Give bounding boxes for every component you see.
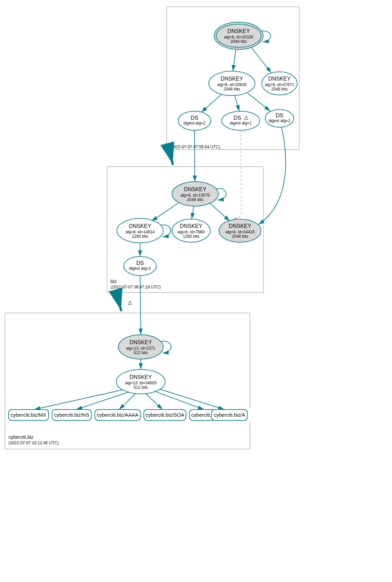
svg-text:2048 bits: 2048 bits <box>231 39 247 44</box>
svg-text:alg=8, id=14814: alg=8, id=14814 <box>125 230 155 234</box>
svg-text:cyberciti.biz/SOA: cyberciti.biz/SOA <box>146 412 184 418</box>
zone-root-name: . <box>170 138 171 144</box>
svg-text:cyberciti.biz/NS: cyberciti.biz/NS <box>54 412 89 418</box>
svg-text:cyberciti.biz/MX: cyberciti.biz/MX <box>11 412 46 418</box>
zone-cy-name: cyberciti.biz <box>8 434 33 440</box>
edge-root-zsk1-ds3 <box>248 93 270 111</box>
svg-text:2048 bits: 2048 bits <box>271 87 288 92</box>
svg-text:alg=8, id=24415: alg=8, id=24415 <box>225 230 255 234</box>
node-cy-zsk: DNSKEY alg=13, id=34505 512 bits <box>116 369 165 394</box>
svg-text:512 bits: 512 bits <box>134 350 148 355</box>
zone-cy-ts: (2022-07-07 10:11:45 UTC) <box>8 440 58 445</box>
node-biz-zsk1: DNSKEY alg=8, id=14814 1280 bits <box>117 218 163 243</box>
svg-text:DNSKEY: DNSKEY <box>227 28 250 34</box>
node-root-zsk2: DNSKEY alg=8, id=47671 2048 bits <box>262 72 297 95</box>
zone-root-ts: (2022-07-07 07:59:54 UTC) <box>170 145 220 149</box>
svg-text:DNSKEY: DNSKEY <box>130 374 152 380</box>
node-cy-ksk: DNSKEY alg=13, id=2371 512 bits <box>118 335 163 359</box>
svg-text:2048 bits: 2048 bits <box>232 234 249 239</box>
svg-text:DNSKEY: DNSKEY <box>130 339 152 345</box>
dnssec-chain-diagram: . (2022-07-07 07:59:54 UTC) DNSKEY alg=8… <box>0 0 392 582</box>
edge-root-ds2-biz-zsk3 <box>231 130 241 221</box>
svg-text:DNSKEY: DNSKEY <box>221 76 243 82</box>
svg-text:digest alg=2: digest alg=2 <box>268 118 290 123</box>
svg-text:cyberciti.biz/AAAA: cyberciti.biz/AAAA <box>97 412 139 418</box>
svg-text:DNSKEY: DNSKEY <box>268 76 291 82</box>
svg-text:alg=8, id=13075: alg=8, id=13075 <box>181 193 210 198</box>
node-root-ds2: DS ⚠ digest alg=1 <box>222 111 260 130</box>
rrset-mx: cyberciti.biz/MX <box>8 410 49 420</box>
node-biz-zsk3: DNSKEY alg=8, id=24415 2048 bits <box>219 219 261 242</box>
edge-delegation-root-biz <box>169 150 173 164</box>
edge-delegation-biz-cy <box>117 296 121 310</box>
svg-text:DNSKEY: DNSKEY <box>180 223 202 229</box>
rrset-aaaa: cyberciti.biz/AAAA <box>95 410 140 420</box>
node-root-ds3: DS digest alg=2 <box>265 110 294 127</box>
node-root-zsk1: DNSKEY alg=8, id=20826 2048 bits <box>209 71 255 96</box>
svg-text:DNSKEY: DNSKEY <box>229 223 251 229</box>
node-biz-ksk: DNSKEY alg=8, id=13075 2048 bits <box>172 182 218 206</box>
node-biz-zsk2: DNSKEY alg=8, id=7680 1280 bits <box>172 219 210 242</box>
svg-text:digest alg=2: digest alg=2 <box>129 266 151 271</box>
svg-text:alg=8, id=20826: alg=8, id=20826 <box>217 82 246 87</box>
rrset-a-real <box>214 410 248 420</box>
zone-biz-ts: (2022-07-07 08:47:19 UTC) <box>110 285 160 289</box>
svg-text:DS: DS <box>276 113 283 118</box>
rrset-soa: cyberciti.biz/SOA <box>144 410 186 420</box>
svg-text:alg=8, id=20326: alg=8, id=20326 <box>224 35 253 39</box>
edge-biz-ksk-zsk3 <box>210 203 230 221</box>
svg-text:DS: DS <box>136 260 144 266</box>
svg-text:2048 bits: 2048 bits <box>187 197 204 202</box>
svg-text:alg=8, id=47671: alg=8, id=47671 <box>265 82 294 87</box>
edge-root-ksk-zsk2 <box>251 47 271 73</box>
svg-text:alg=13, id=34505: alg=13, id=34505 <box>125 381 157 385</box>
svg-text:2048 bits: 2048 bits <box>224 87 240 92</box>
edge-biz-ksk-zsk1 <box>152 203 179 221</box>
svg-text:512 bits: 512 bits <box>134 385 148 390</box>
svg-text:DS: DS <box>234 115 241 121</box>
svg-text:DNSKEY: DNSKEY <box>184 186 206 192</box>
svg-text:alg=13, id=2371: alg=13, id=2371 <box>126 346 155 351</box>
svg-text:1280 bits: 1280 bits <box>132 234 149 239</box>
edge-root-zsk1-ds2 <box>235 96 239 111</box>
svg-text:digest alg=2: digest alg=2 <box>183 121 205 126</box>
edge-root-zsk1-ds1 <box>201 94 222 112</box>
node-root-ds1: DS digest alg=2 <box>178 111 211 130</box>
warning-icon: ⚠ <box>127 300 132 306</box>
zone-biz-name: biz <box>110 279 117 284</box>
svg-text:alg=8, id=7680: alg=8, id=7680 <box>177 230 205 234</box>
warning-icon: ⚠ <box>244 115 249 121</box>
edge-biz-ksk-zsk2 <box>192 206 194 219</box>
svg-text:1280 bits: 1280 bits <box>183 234 200 239</box>
node-root-ksk: DNSKEY alg=8, id=20326 2048 bits <box>214 22 263 49</box>
edge-root-ds3-biz-zsk3 <box>258 127 286 225</box>
rrset-ns: cyberciti.biz/NS <box>52 410 91 420</box>
node-biz-ds: DS digest alg=2 <box>124 256 156 276</box>
svg-text:digest alg=1: digest alg=1 <box>229 121 252 126</box>
svg-text:DS: DS <box>191 115 198 121</box>
edge-root-ksk-zsk1 <box>233 49 236 71</box>
svg-text:DNSKEY: DNSKEY <box>129 223 151 229</box>
edge-root-ds1-biz-ksk <box>194 130 195 182</box>
